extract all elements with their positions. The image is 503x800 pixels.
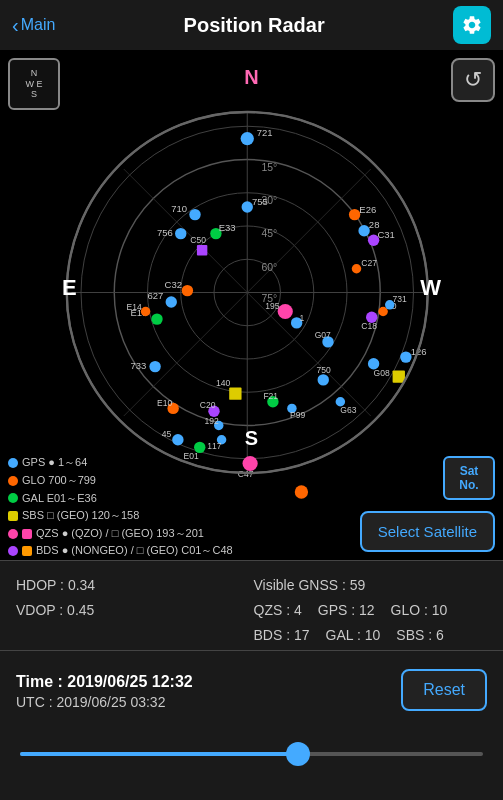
- compass-label: NW ES: [26, 68, 43, 100]
- cardinal-north: N: [244, 66, 258, 89]
- gps-dot-icon: [8, 458, 18, 468]
- hdop-value: 0.34: [68, 577, 95, 593]
- svg-text:E33: E33: [218, 221, 235, 232]
- back-button[interactable]: ‹ Main: [12, 14, 55, 37]
- gnss-counts-row1: QZS : 4 GPS : 12 GLO : 10: [254, 598, 488, 623]
- bds-count: BDS : 17: [254, 623, 310, 648]
- refresh-button[interactable]: ↺: [451, 58, 495, 102]
- svg-text:E26: E26: [359, 203, 376, 214]
- legend-bds: BDS ● (NONGEO) / □ (GEO) C01～C48: [8, 542, 233, 560]
- svg-point-30: [140, 306, 150, 316]
- vdop-value: 0.45: [67, 602, 94, 618]
- legend-sbs: SBS □ (GEO) 120～158: [8, 507, 233, 525]
- header: ‹ Main Position Radar: [0, 0, 503, 50]
- local-time: Time : 2019/06/25 12:32: [16, 669, 193, 695]
- svg-text:F21: F21: [263, 390, 278, 400]
- svg-rect-34: [196, 245, 206, 255]
- svg-text:721: 721: [256, 126, 272, 137]
- satellite-legend: GPS ● 1～64 GLO 700～799 GAL E01～E36 SBS □…: [8, 454, 233, 560]
- gps-count: GPS : 12: [318, 598, 375, 623]
- visible-gnss-value: 59: [350, 577, 366, 593]
- sat-no-button[interactable]: SatNo.: [443, 456, 495, 500]
- svg-point-58: [277, 303, 292, 318]
- vdop-label: VDOP: [16, 602, 55, 618]
- dop-info: HDOP : 0.34 VDOP : 0.45: [16, 573, 250, 649]
- reset-button[interactable]: Reset: [401, 669, 487, 711]
- gnss-counts-row2: BDS : 17 GAL : 10 SBS : 6: [254, 623, 488, 648]
- svg-text:733: 733: [130, 359, 146, 370]
- svg-text:710: 710: [171, 202, 187, 213]
- legend-gal: GAL E01～E36: [8, 490, 233, 508]
- visible-gnss-label: Visible GNSS: [254, 577, 339, 593]
- bds-legend-label: BDS ● (NONGEO) / □ (GEO) C01～C48: [36, 542, 233, 560]
- svg-text:140: 140: [215, 377, 230, 387]
- svg-text:1: 1: [299, 313, 304, 323]
- bds-dot-icon: [8, 546, 18, 556]
- cardinal-east: E: [62, 275, 77, 301]
- cardinal-west: W: [420, 275, 441, 301]
- slider-thumb[interactable]: [286, 742, 310, 766]
- time-section: Time : 2019/06/25 12:32 UTC : 2019/06/25…: [0, 650, 503, 728]
- svg-text:E14: E14: [126, 301, 141, 311]
- svg-text:C32: C32: [164, 278, 181, 289]
- svg-text:60°: 60°: [261, 261, 277, 272]
- svg-text:45°: 45°: [261, 228, 277, 239]
- svg-point-62: [317, 374, 328, 385]
- svg-text:195: 195: [265, 300, 280, 310]
- cardinal-south: S: [245, 427, 258, 450]
- legend-qzs: QZS ● (QZO) / □ (GEO) 193～201: [8, 525, 233, 543]
- qzs-count: QZS : 4: [254, 598, 302, 623]
- gal-legend-label: GAL E01～E36: [22, 490, 97, 508]
- svg-rect-82: [392, 370, 404, 382]
- sbs-legend-label: SBS □ (GEO) 120～158: [22, 507, 139, 525]
- svg-text:28: 28: [368, 218, 379, 229]
- svg-text:731: 731: [392, 294, 407, 304]
- hdop-label: HDOP: [16, 577, 56, 593]
- gps-legend-label: GPS ● 1～64: [22, 454, 87, 472]
- sat-no-label: SatNo.: [459, 464, 478, 493]
- svg-text:C27: C27: [361, 257, 377, 267]
- qzs-dot-icon: [8, 529, 18, 539]
- bds-sq-icon: [22, 546, 32, 556]
- glo-count: GLO : 10: [391, 598, 448, 623]
- svg-text:G07: G07: [314, 330, 330, 340]
- settings-button[interactable]: [453, 6, 491, 44]
- select-satellite-label: Select Satellite: [378, 523, 477, 540]
- radar-section: NW ES ↺ N S E W 15° 3: [0, 50, 503, 560]
- svg-point-87: [294, 485, 307, 498]
- back-label: Main: [21, 16, 56, 34]
- slider-section[interactable]: [0, 728, 503, 780]
- reset-label: Reset: [423, 681, 465, 698]
- svg-point-28: [151, 313, 162, 324]
- svg-rect-70: [229, 387, 241, 399]
- gal-count: GAL : 10: [326, 623, 381, 648]
- svg-point-26: [165, 296, 176, 307]
- select-satellite-button[interactable]: Select Satellite: [360, 511, 495, 552]
- gnss-info: Visible GNSS : 59 QZS : 4 GPS : 12 GLO :…: [254, 573, 488, 649]
- info-section: HDOP : 0.34 VDOP : 0.45 Visible GNSS : 5…: [0, 560, 503, 650]
- vdop-row: VDOP : 0.45: [16, 598, 250, 623]
- svg-text:C31: C31: [377, 229, 394, 240]
- svg-text:755: 755: [252, 196, 268, 207]
- svg-text:756: 756: [157, 226, 173, 237]
- svg-text:192: 192: [204, 415, 219, 425]
- glo-dot-icon: [8, 476, 18, 486]
- back-arrow-icon: ‹: [12, 14, 19, 37]
- svg-text:627: 627: [147, 290, 163, 301]
- svg-point-76: [172, 434, 183, 445]
- refresh-icon: ↺: [464, 67, 482, 93]
- svg-point-16: [240, 131, 253, 144]
- info-grid: HDOP : 0.34 VDOP : 0.45 Visible GNSS : 5…: [16, 573, 487, 638]
- svg-text:C20: C20: [199, 400, 215, 410]
- svg-text:G63: G63: [340, 405, 356, 415]
- slider-fill: [20, 752, 298, 756]
- hdop-row: HDOP : 0.34: [16, 573, 250, 598]
- sbs-count: SBS : 6: [396, 623, 443, 648]
- page-title: Position Radar: [184, 14, 325, 37]
- time-slider-track[interactable]: [20, 752, 483, 756]
- svg-point-20: [175, 227, 186, 238]
- svg-text:E10: E10: [157, 397, 172, 407]
- qzs-sq-icon: [22, 529, 32, 539]
- time-display: Time : 2019/06/25 12:32 UTC : 2019/06/25…: [16, 669, 193, 711]
- gear-icon: [461, 14, 483, 36]
